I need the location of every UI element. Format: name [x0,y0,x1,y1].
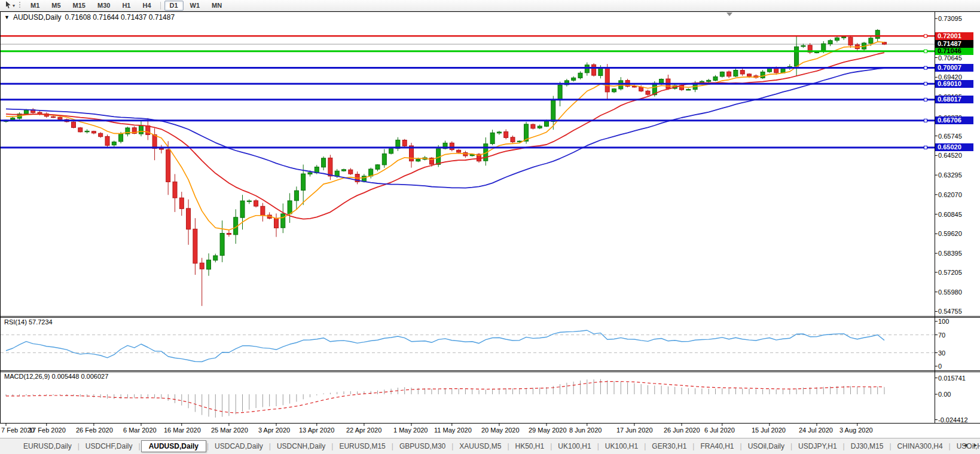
timeframe-button-m1[interactable]: M1 [25,1,45,11]
date-label: 26 Feb 2020 [76,427,113,434]
toolbar-grip[interactable] [19,2,22,9]
timeframe-toolbar: ▾ M1M5M15M30H1H4D1W1MN [0,0,980,11]
date-label: 29 May 2020 [529,427,567,434]
tab-audusd-daily-active[interactable]: AUDUSD,Daily [141,440,206,452]
hline-price-badge: 0.69010 [935,80,973,88]
date-label: 20 May 2020 [481,427,520,434]
macd-label: MACD(12,26,9) 0.005448 0.006027 [4,373,108,380]
rsi-tick-label: 30 [938,349,945,357]
rsi-label: RSI(14) 57.7234 [4,318,53,326]
chart-canvas[interactable] [0,11,980,438]
macd-tick-label: 0.00 [938,391,951,398]
price-tick-label: 0.63295 [938,171,962,179]
price-tick-label: 0.70645 [938,54,962,62]
cursor-tool-button[interactable]: ▾ [2,1,17,10]
date-label: 13 Apr 2020 [299,427,334,434]
timeframe-button-m30[interactable]: M30 [92,1,115,11]
date-label: 22 Apr 2020 [346,427,381,434]
tab-gbpusd-m30[interactable]: GBPUSD,M30 [394,440,451,452]
date-label: 1 May 2020 [393,427,428,434]
tab-uk100-h1[interactable]: UK100,H1 [552,440,596,452]
timeframe-buttons: M1M5M15M30H1H4D1W1MN [25,1,228,11]
price-tick-label: 0.58395 [938,250,962,257]
price-tick-label: 0.59620 [938,230,962,237]
tab-usdjpy-h1[interactable]: USDJPY,H1 [793,440,842,452]
timeframe-button-m5[interactable]: M5 [46,1,66,11]
date-label: 11 May 2020 [434,427,472,434]
macd-tick-label: 0.015741 [938,375,966,382]
current-price-badge: 0.71487 [935,40,973,48]
tab-eurusd-daily[interactable]: EURUSD,Daily [18,440,77,452]
price-tick-label: 0.54755 [938,308,962,315]
macd-tick-label: -0.024412 [938,416,968,424]
timeframe-button-w1[interactable]: W1 [185,1,206,11]
timeframe-button-h4[interactable]: H4 [137,1,156,11]
tab-xauusd-m5[interactable]: XAUUSD,M5 [454,440,506,452]
price-tick-label: 0.73095 [938,15,962,22]
tab-dj30-m15[interactable]: DJ30,M15 [845,440,889,452]
price-tick-label: 0.60845 [938,211,962,218]
price-tick-label: 0.57205 [938,269,962,276]
timeframe-button-d1[interactable]: D1 [164,1,184,11]
tab-fra40-h1[interactable]: FRA40,H1 [695,440,739,452]
tab-usoil-daily[interactable]: USOil,Daily [743,440,790,452]
chart-title: ▼ AUDUSD,Daily 0.71608 0.71644 0.71437 0… [4,13,175,22]
hline-price-badge: 0.70007 [935,64,973,72]
tab-uk100-h1[interactable]: UK100,H1 [600,440,643,452]
date-label: 6 Mar 2020 [123,427,157,434]
hline-price-badge: 0.65020 [935,143,973,151]
cursor-icon [4,0,12,11]
hline-price-badge: 0.68017 [935,96,973,103]
timeframe-button-m15[interactable]: M15 [68,1,91,11]
date-label: 17 Jun 2020 [616,427,653,434]
price-tick-label: 0.64520 [938,152,962,159]
tab-scroll-right-icon[interactable]: ► [973,442,978,448]
date-label: 25 Mar 2020 [211,427,248,434]
tab-ger30-h1[interactable]: GER30,H1 [646,440,692,452]
date-label: 24 Jul 2020 [799,427,833,434]
date-label: 3 Apr 2020 [258,427,290,434]
hline-price-badge: 0.72001 [935,32,973,40]
timeframe-button-mn[interactable]: MN [206,1,227,11]
symbol-tabbar: EURUSD,Daily|USDCHF,Daily|AUDUSD,Daily|U… [0,438,980,454]
rsi-tick-label: 100 [938,318,949,325]
hline-price-badge: 0.71046 [935,47,973,55]
price-tick-label: 0.62070 [938,191,962,198]
timeframe-button-h1[interactable]: H1 [117,1,136,11]
date-label: 26 Jun 2020 [664,427,700,434]
collapse-icon: ▼ [4,14,10,20]
dropdown-caret-icon: ▾ [13,3,15,8]
hline-price-badge: 0.66706 [935,116,973,124]
tab-eurusd-m15[interactable]: EURUSD,M15 [334,440,390,452]
date-label: 16 Mar 2020 [164,427,201,434]
symbol-label: AUDUSD,Daily [13,13,62,22]
tab-usdchf-daily[interactable]: USDCHF,Daily [80,440,138,452]
tab-hk50-h1[interactable]: HK50,H1 [510,440,550,452]
tab-scroll-left-icon[interactable]: ◄ [963,442,968,448]
date-label: 6 Jul 2020 [704,427,735,434]
rsi-tick-label: 0 [938,363,942,370]
price-tick-label: 0.55980 [938,289,962,296]
date-label: 3 Aug 2020 [839,427,873,434]
price-tick-label: 0.65745 [938,133,962,140]
tab-china300-h4[interactable]: CHINA300,H4 [892,440,948,452]
date-label: 8 Jun 2020 [569,427,602,434]
tab-scroll-arrows: ◄ ► [963,442,978,448]
tab-usdcad-daily[interactable]: USDCAD,Daily [209,440,268,452]
tab-usdcnh-daily[interactable]: USDCNH,Daily [271,440,331,452]
date-label: 17 Feb 2020 [29,427,66,434]
ohlc-values: 0.71608 0.71644 0.71437 0.71487 [65,13,175,22]
rsi-tick-label: 70 [938,332,945,339]
date-label: 15 Jul 2020 [752,427,786,434]
toolbar-separator [160,2,161,10]
